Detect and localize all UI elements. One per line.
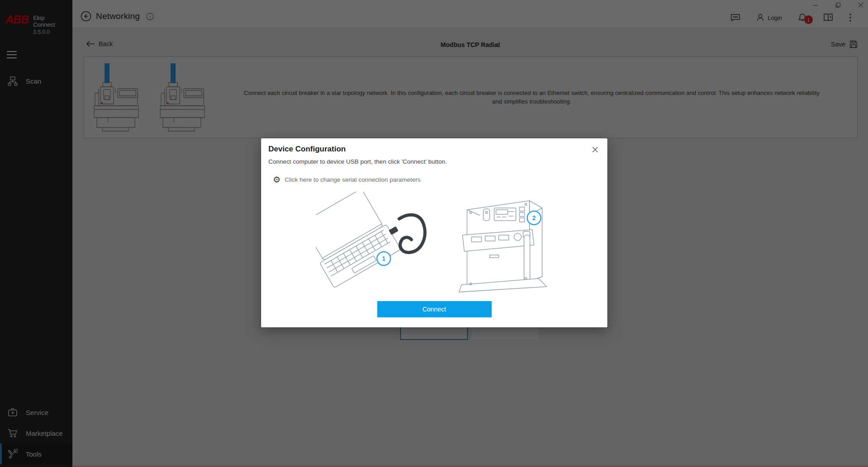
serial-parameters-label: Click here to change serial connection p… <box>285 176 420 183</box>
svg-text:1: 1 <box>382 255 386 262</box>
ekip-connect-window: ABB Ekip Connect 3.5.0.0 Scan <box>0 0 868 467</box>
gear-icon: ⚙ <box>273 175 281 184</box>
connect-button[interactable]: Connect <box>377 301 491 317</box>
close-icon[interactable] <box>590 145 600 155</box>
device-illustration: 2 <box>458 192 553 296</box>
step-1-badge: 1 <box>377 252 391 265</box>
svg-text:2: 2 <box>532 214 536 222</box>
connection-illustration: 1 <box>261 192 607 296</box>
device-configuration-dialog: Device Configuration Connect computer to… <box>261 138 607 327</box>
step-2-badge: 2 <box>527 211 541 225</box>
dialog-subtitle: Connect computer to device USB port, the… <box>268 158 447 165</box>
laptop-usb-illustration: 1 <box>316 192 443 291</box>
serial-parameters-link[interactable]: ⚙ Click here to change serial connection… <box>273 175 420 184</box>
dialog-title: Device Configuration <box>268 145 346 154</box>
